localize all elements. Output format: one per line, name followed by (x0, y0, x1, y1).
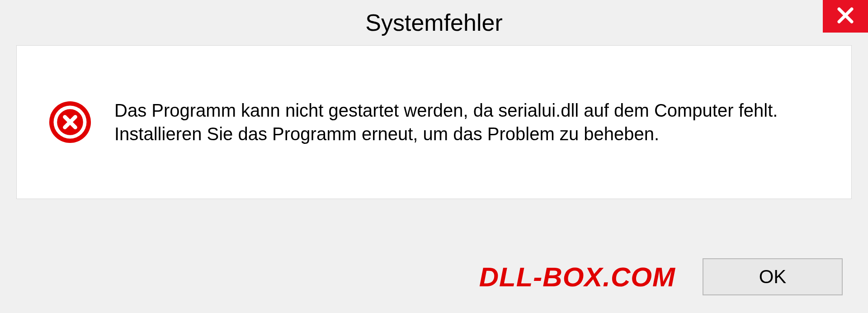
ok-button[interactable]: OK (703, 258, 843, 295)
dialog-title: Systemfehler (365, 9, 502, 36)
error-message: Das Programm kann nicht gestartet werden… (114, 99, 829, 146)
error-icon (48, 100, 92, 144)
close-icon (835, 5, 855, 27)
ok-button-label: OK (759, 266, 787, 288)
error-dialog: Systemfehler Das Programm kann nicht ges… (0, 0, 868, 313)
watermark-text: DLL-BOX.COM (479, 261, 675, 293)
close-button[interactable] (823, 0, 868, 33)
title-bar: Systemfehler (0, 0, 868, 45)
dialog-footer: DLL-BOX.COM OK (0, 241, 868, 313)
content-panel: Das Programm kann nicht gestartet werden… (16, 45, 852, 199)
